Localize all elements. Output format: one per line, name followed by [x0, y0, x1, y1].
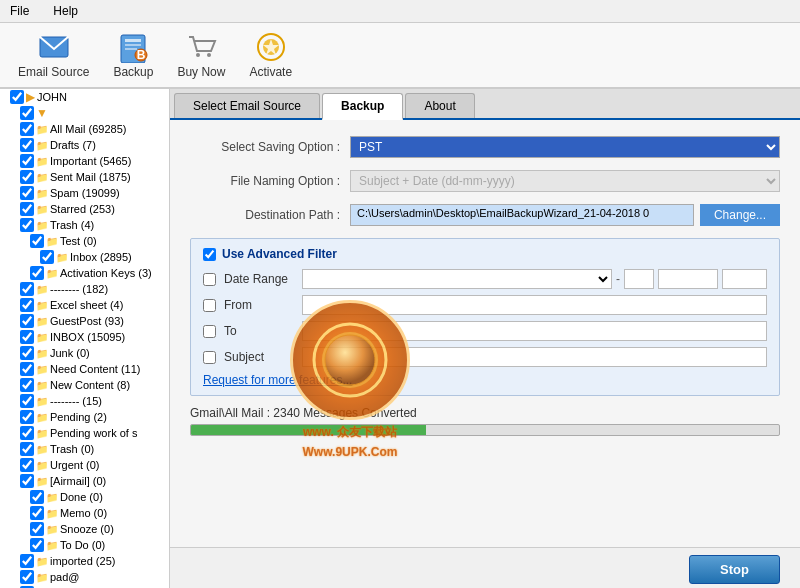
tree-item-label: Activation Keys (3)	[60, 267, 152, 279]
tree-item[interactable]: 📁[Airmail] (0)	[0, 473, 169, 489]
tree-item-checkbox[interactable]	[20, 362, 34, 376]
subject-label: Subject	[224, 350, 294, 364]
email-source-button[interactable]: Email Source	[8, 27, 99, 83]
tree-item[interactable]: 📁All Mail (69285)	[0, 121, 169, 137]
tree-item[interactable]: 📁Spam (19099)	[0, 185, 169, 201]
tree-item[interactable]: 📁New Content (8)	[0, 377, 169, 393]
svg-text:B: B	[137, 48, 146, 62]
right-panel: Select Email Source Backup About Select …	[170, 89, 800, 588]
tree-item-checkbox[interactable]	[20, 282, 34, 296]
tree-item-checkbox[interactable]	[30, 266, 44, 280]
activate-button[interactable]: Activate	[239, 27, 302, 83]
tree-item-checkbox[interactable]	[20, 570, 34, 584]
from-checkbox[interactable]	[203, 299, 216, 312]
tree-item[interactable]: 📁-------- (15)	[0, 393, 169, 409]
tree-item-label: Important (5465)	[50, 155, 131, 167]
tree-item-checkbox[interactable]	[20, 474, 34, 488]
date-range-select[interactable]	[302, 269, 612, 289]
change-button[interactable]: Change...	[700, 204, 780, 226]
tree-item[interactable]: 📁Inbox (2895)	[0, 249, 169, 265]
menu-file[interactable]: File	[4, 2, 35, 20]
tree-item-checkbox[interactable]	[20, 394, 34, 408]
tree-item-checkbox[interactable]	[20, 170, 34, 184]
tree-item-checkbox[interactable]	[20, 330, 34, 344]
tree-item-checkbox[interactable]	[30, 522, 44, 536]
tree-item[interactable]: 📁GuestPost (93)	[0, 313, 169, 329]
tree-item-checkbox[interactable]	[20, 202, 34, 216]
tree-item-checkbox[interactable]	[20, 554, 34, 568]
date-day-input[interactable]: 21	[624, 269, 654, 289]
date-month-input[interactable]: April	[658, 269, 718, 289]
tree-item[interactable]: 📁Activation Keys (3)	[0, 265, 169, 281]
root-checkbox[interactable]	[10, 90, 24, 104]
tree-item[interactable]: 📁Urgent (0)	[0, 457, 169, 473]
tree-item-checkbox[interactable]	[20, 186, 34, 200]
tree-item-checkbox[interactable]	[20, 410, 34, 424]
tree-item[interactable]: 📁Important (5465)	[0, 153, 169, 169]
tree-item-checkbox[interactable]	[20, 154, 34, 168]
tree-item-label: Inbox (2895)	[70, 251, 132, 263]
tree-item-checkbox[interactable]	[20, 458, 34, 472]
tree-item-checkbox[interactable]	[20, 346, 34, 360]
request-features-link[interactable]: Request for more features...	[203, 373, 352, 387]
tree-item[interactable]: 📁Trash (0)	[0, 441, 169, 457]
tab-about[interactable]: About	[405, 93, 474, 118]
tree-item-checkbox[interactable]	[30, 538, 44, 552]
tab-backup[interactable]: Backup	[322, 93, 403, 120]
tree-item[interactable]: 📁Sent Mail (1875)	[0, 169, 169, 185]
subject-input[interactable]	[302, 347, 767, 367]
to-checkbox[interactable]	[203, 325, 216, 338]
request-features-row: Request for more features...	[203, 373, 767, 387]
tree-item-checkbox[interactable]	[20, 122, 34, 136]
tree-item[interactable]: 📁Drafts (7)	[0, 137, 169, 153]
tree-sub-root[interactable]: ▼	[0, 105, 169, 121]
tree-item[interactable]: 📁Need Content (11)	[0, 361, 169, 377]
tree-item[interactable]: 📁To Do (0)	[0, 537, 169, 553]
subject-checkbox[interactable]	[203, 351, 216, 364]
tree-item-label: -------- (15)	[50, 395, 102, 407]
date-range-checkbox[interactable]	[203, 273, 216, 286]
tree-item-checkbox[interactable]	[30, 506, 44, 520]
tree-item[interactable]: 📁Snooze (0)	[0, 521, 169, 537]
tree-item-checkbox[interactable]	[20, 378, 34, 392]
saving-option-select[interactable]: PST	[350, 136, 780, 158]
tree-item[interactable]: 📁Pending (2)	[0, 409, 169, 425]
tree-item-checkbox[interactable]	[30, 234, 44, 248]
tree-item-checkbox[interactable]	[20, 426, 34, 440]
menu-help[interactable]: Help	[47, 2, 84, 20]
tree-item-checkbox[interactable]	[20, 314, 34, 328]
advanced-filter-checkbox[interactable]	[203, 248, 216, 261]
stop-button[interactable]: Stop	[689, 555, 780, 584]
tab-select-email-source[interactable]: Select Email Source	[174, 93, 320, 118]
tree-item[interactable]: 📁Memo (0)	[0, 505, 169, 521]
tree-item-checkbox[interactable]	[30, 490, 44, 504]
tree-item[interactable]: 📁-------- (182)	[0, 281, 169, 297]
date-year-input[interactable]: 2018	[722, 269, 767, 289]
folder-icon: 📁	[36, 300, 48, 311]
sub-root-checkbox[interactable]	[20, 106, 34, 120]
content-area: Select Saving Option : PST File Naming O…	[170, 120, 800, 547]
tree-item[interactable]: 📁Test (0)	[0, 233, 169, 249]
buy-now-button[interactable]: Buy Now	[167, 27, 235, 83]
tree-item-checkbox[interactable]	[20, 218, 34, 232]
to-input[interactable]	[302, 321, 767, 341]
tree-item[interactable]: 📁imported (25)	[0, 553, 169, 569]
tree-item[interactable]: 📁Starred (253)	[0, 201, 169, 217]
progress-bar-bg	[190, 424, 780, 436]
tree-item-checkbox[interactable]	[40, 250, 54, 264]
tree-item[interactable]: 📁Excel sheet (4)	[0, 297, 169, 313]
tree-item[interactable]: 📁Junk (0)	[0, 345, 169, 361]
tree-item-checkbox[interactable]	[20, 138, 34, 152]
tree-item-checkbox[interactable]	[20, 442, 34, 456]
tree-item[interactable]: 📁Pending work of s	[0, 425, 169, 441]
tree-item[interactable]: 📁Trash (4)	[0, 217, 169, 233]
backup-button[interactable]: B Backup	[103, 27, 163, 83]
from-input[interactable]	[302, 295, 767, 315]
file-naming-select[interactable]: Subject + Date (dd-mm-yyyy)	[350, 170, 780, 192]
tree-item[interactable]: 📁INBOX (15095)	[0, 329, 169, 345]
tree-item-checkbox[interactable]	[20, 298, 34, 312]
tree-item[interactable]: 📁Done (0)	[0, 489, 169, 505]
tree-item[interactable]: 📁pad@	[0, 569, 169, 585]
tree-root[interactable]: ▶ JOHN	[0, 89, 169, 105]
folder-icon: 📁	[36, 460, 48, 471]
